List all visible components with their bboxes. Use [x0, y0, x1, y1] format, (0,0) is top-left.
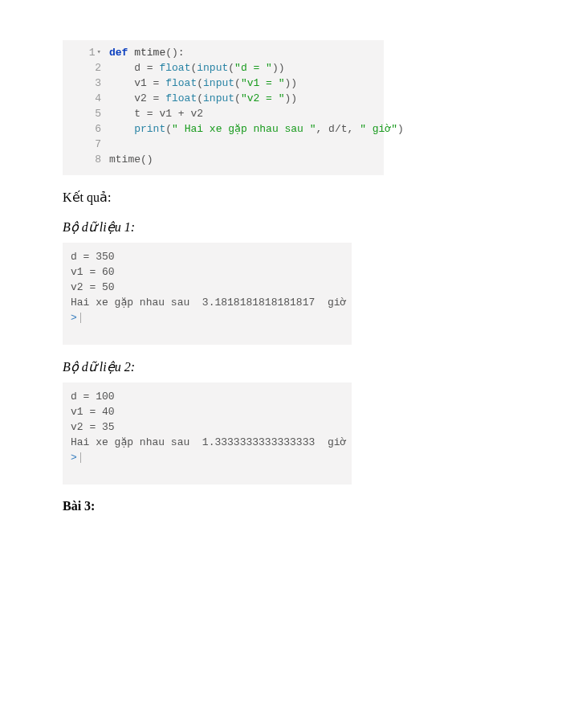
line-number: 3 [63, 76, 109, 91]
bai3-label: Bài 3: [63, 499, 499, 513]
line-number: 4 [63, 91, 109, 106]
line-number: 1▾ [63, 45, 109, 60]
code-content: v2 = float(input("v2 = ")) [109, 91, 297, 106]
dataset2-label: Bộ dữ liệu 2: [63, 359, 499, 374]
cursor-icon [80, 452, 81, 463]
prompt-icon: > [71, 312, 77, 324]
output-block-1: d = 350 v1 = 60 v2 = 50 Hai xe gặp nhau … [63, 243, 352, 345]
line-number: 5 [63, 106, 109, 121]
code-line-6: 6 print(" Hai xe gặp nhau sau ", d/t, " … [63, 121, 384, 137]
line-number: 6 [63, 121, 109, 137]
line-number: 7 [63, 137, 109, 152]
document-page: 1▾ def mtime(): 2 d = float(input("d = "… [0, 0, 562, 562]
fold-icon: ▾ [97, 45, 101, 60]
line-number: 8 [63, 152, 109, 167]
cursor-icon [80, 313, 81, 323]
code-content: mtime() [109, 152, 153, 167]
dataset1-label: Bộ dữ liệu 1: [63, 219, 499, 235]
code-line-8: 8 mtime() [63, 152, 384, 167]
code-line-3: 3 v1 = float(input("v1 = ")) [63, 76, 384, 91]
code-line-1: 1▾ def mtime(): [63, 45, 384, 60]
code-line-2: 2 d = float(input("d = ")) [63, 60, 384, 76]
code-content: d = float(input("d = ")) [109, 60, 285, 76]
line-number: 2 [63, 60, 109, 76]
result-label: Kết quả: [63, 190, 499, 205]
code-line-7: 7 [63, 137, 384, 152]
output-block-2: d = 100 v1 = 40 v2 = 35 Hai xe gặp nhau … [63, 382, 352, 485]
code-line-4: 4 v2 = float(input("v2 = ")) [63, 91, 384, 106]
code-content: v1 = float(input("v1 = ")) [109, 76, 297, 91]
prompt-icon: > [71, 452, 77, 464]
code-line-5: 5 t = v1 + v2 [63, 106, 384, 121]
code-block: 1▾ def mtime(): 2 d = float(input("d = "… [63, 40, 384, 175]
code-content: print(" Hai xe gặp nhau sau ", d/t, " gi… [109, 121, 404, 137]
code-content: def mtime(): [109, 45, 185, 60]
code-content: t = v1 + v2 [109, 106, 203, 121]
